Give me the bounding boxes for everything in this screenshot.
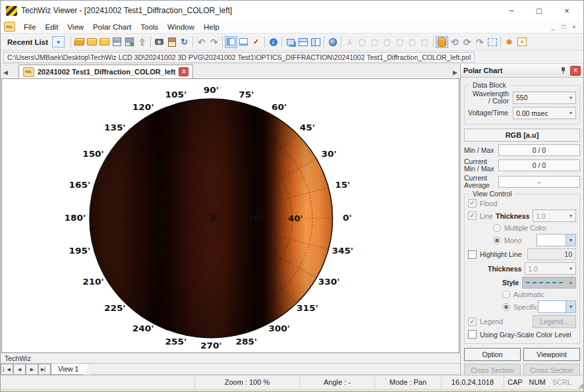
wavelength-label: Wavelength / Color: [468, 90, 509, 105]
document-tab[interactable]: POL 20241002 Test1_Diffraction_COLOR_lef…: [18, 65, 194, 78]
mdi-minimize-icon[interactable]: _: [548, 24, 558, 30]
voltage-time-select[interactable]: 0.00 msec ▾: [513, 107, 576, 119]
axis-3d-icon[interactable]: ⅄: [343, 36, 356, 48]
capture-icon[interactable]: [153, 36, 165, 48]
cube-view-top-icon[interactable]: ▢: [406, 36, 419, 48]
mdi-close-icon[interactable]: ×: [569, 24, 579, 30]
tab-scroll-right-icon[interactable]: ▶: [450, 69, 460, 78]
highlight-area-icon[interactable]: [515, 36, 528, 48]
maximize-button[interactable]: □: [525, 2, 553, 19]
chevron-down-icon[interactable]: ▾: [566, 266, 575, 271]
panel-close-icon[interactable]: x: [570, 66, 581, 76]
status-mode: Mode : Pan: [375, 376, 442, 389]
mono-radio[interactable]: [493, 237, 501, 244]
paste-icon[interactable]: [165, 36, 178, 48]
first-view-button[interactable]: ▏◀: [1, 364, 13, 375]
highlight-line-checkbox[interactable]: [468, 250, 477, 259]
chevron-down-icon[interactable]: ▾: [52, 36, 65, 47]
tab-scroll-left-icon[interactable]: ◀: [1, 69, 11, 78]
specific-radio[interactable]: [502, 303, 510, 311]
minimize-button[interactable]: −: [498, 2, 525, 19]
pan-hand-icon[interactable]: [436, 36, 448, 48]
highlight-line-input[interactable]: 10: [527, 248, 576, 260]
toolbar-separator: [150, 36, 151, 47]
save-as-icon[interactable]: [123, 36, 136, 48]
rotate-free-icon[interactable]: ⟲: [448, 36, 461, 48]
chevron-down-icon[interactable]: ▾: [566, 280, 575, 286]
option-button[interactable]: Option: [464, 348, 521, 361]
cube-view-front-icon[interactable]: ▢: [356, 36, 368, 48]
redo-icon[interactable]: ↷: [208, 36, 220, 48]
chevron-down-icon[interactable]: ▾: [566, 301, 575, 312]
color-map-icon[interactable]: ✱: [503, 36, 515, 48]
grayscale-checkbox[interactable]: [468, 330, 477, 339]
save-icon[interactable]: [111, 36, 123, 48]
chevron-down-icon[interactable]: ▾: [566, 95, 575, 101]
automatic-radio[interactable]: [502, 291, 510, 298]
line-style-select[interactable]: ▾: [522, 277, 576, 289]
multiple-color-radio[interactable]: [493, 224, 501, 232]
menu-view[interactable]: View: [63, 23, 88, 31]
close-button[interactable]: ×: [553, 2, 581, 19]
next-view-button[interactable]: ▶: [26, 364, 38, 375]
techwiz-label: TechWiz: [1, 353, 460, 363]
sheet-bar: ▏◀◀▶▶▏ View 1: [1, 363, 460, 375]
angle-label: 0': [343, 213, 352, 223]
open-folder-icon[interactable]: [86, 36, 98, 48]
highlight-thickness-select[interactable]: 1.0 ▾: [525, 262, 576, 275]
specific-color-select[interactable]: ▾: [538, 300, 576, 313]
view-tab[interactable]: View 1: [51, 364, 90, 375]
export-icon[interactable]: ⇪: [136, 36, 148, 48]
menu-tools[interactable]: Tools: [136, 23, 163, 31]
cube-view-bottom-icon[interactable]: ▢: [419, 36, 431, 48]
cross-section-theta-phi-button[interactable]: Cross Section [ Theta/Phi ]: [464, 364, 521, 375]
recent-folder-icon[interactable]: [98, 36, 111, 48]
flood-checkbox[interactable]: ✓: [468, 199, 477, 208]
resize-grip[interactable]: ◢: [575, 376, 583, 389]
menu-help[interactable]: Help: [199, 23, 224, 31]
last-view-button[interactable]: ▶▏: [38, 364, 51, 375]
open-file-icon[interactable]: [73, 36, 86, 48]
spin-icon[interactable]: ↷: [473, 36, 486, 48]
viewpoint-button[interactable]: Viewpoint: [523, 348, 580, 361]
menu-window[interactable]: Window: [163, 23, 199, 31]
wavelength-select[interactable]: 550 ▾: [513, 92, 576, 104]
chevron-down-icon[interactable]: ▾: [566, 213, 575, 219]
tab-close-icon[interactable]: x: [179, 67, 189, 76]
panel-layout-icon[interactable]: [225, 36, 237, 48]
pin-icon[interactable]: [561, 67, 566, 74]
cross-section-voltage-time-button[interactable]: Cross Section [ Voltage/Time ]: [523, 364, 580, 375]
mdi-restore-icon[interactable]: □: [558, 24, 569, 30]
menu-file[interactable]: File: [19, 23, 41, 31]
line-checkbox[interactable]: ✓: [468, 211, 477, 220]
specific-label: Specific: [513, 303, 538, 311]
rotate-object-icon[interactable]: ⟳: [461, 36, 473, 48]
cube-view-right-icon[interactable]: ▢: [394, 36, 406, 48]
current-min-max-label: Current Min / Max: [464, 158, 498, 173]
legend-checkbox[interactable]: ✓: [468, 318, 477, 326]
chevron-down-icon[interactable]: ▾: [566, 235, 575, 246]
cascade-windows-icon[interactable]: [284, 36, 297, 48]
panel-header: Polar Chart x: [461, 64, 583, 78]
output-pane-icon[interactable]: [237, 36, 250, 48]
refresh-icon[interactable]: ↻: [178, 36, 190, 48]
line-thickness-select[interactable]: 1.0 ▾: [533, 210, 576, 222]
menu-edit[interactable]: Edit: [41, 23, 63, 31]
split-horizontal-icon[interactable]: [297, 36, 309, 48]
menu-polar-chart[interactable]: Polar Chart: [88, 23, 136, 31]
cube-view-left-icon[interactable]: ▢: [381, 36, 394, 48]
globe-icon[interactable]: [326, 36, 339, 48]
mono-color-select[interactable]: ▾: [537, 234, 576, 246]
cube-view-back-icon[interactable]: ▢: [368, 36, 381, 48]
info-icon[interactable]: [267, 36, 279, 48]
split-vertical-icon[interactable]: [309, 36, 322, 48]
file-path-field[interactable]: C:\Users\JMBaek\Desktop\TechWiz LCD 3D\2…: [3, 52, 475, 63]
zoom-fit-icon[interactable]: [486, 36, 498, 48]
polar-chart-canvas[interactable]: 0'15'30'45'60'75'90'105'120'135'150'165'…: [1, 79, 459, 353]
task-check-icon[interactable]: ✓: [250, 36, 262, 48]
legend-button[interactable]: Legend...: [533, 315, 576, 328]
recent-list-combo[interactable]: Recent List ▾: [3, 36, 65, 47]
prev-view-button[interactable]: ◀: [13, 364, 26, 375]
chevron-down-icon[interactable]: ▾: [566, 110, 575, 116]
undo-icon[interactable]: ↶: [195, 36, 208, 48]
